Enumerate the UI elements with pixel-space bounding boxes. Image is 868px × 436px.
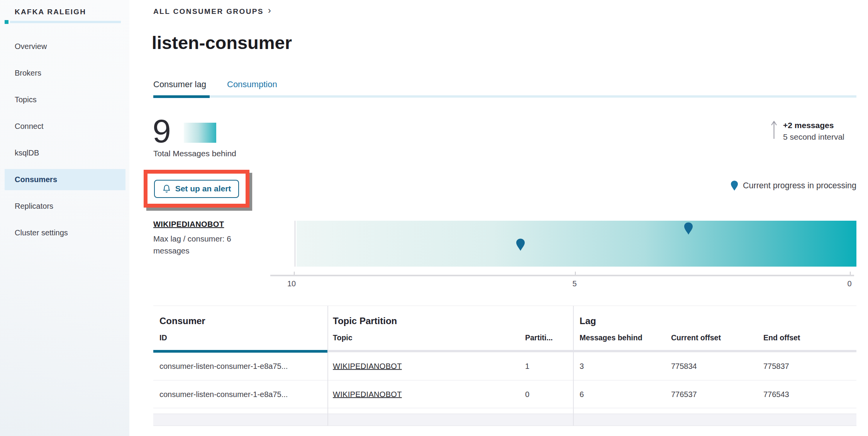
group-header-lag: Lag [580, 316, 596, 326]
arrow-up-icon [771, 120, 777, 140]
sidebar-item-topics[interactable]: Topics [5, 86, 125, 113]
partial-next-row [153, 414, 856, 426]
axis-tick [850, 272, 851, 275]
end-offset-cell: 776543 [763, 390, 789, 399]
table-row: consumer-listen-consumer-1-e8a75... WIKI… [153, 380, 856, 408]
consumer-group-page: KAFKA RALEIGH Overview Brokers Topics Co… [0, 0, 868, 436]
column-header-id[interactable]: ID [159, 333, 167, 342]
column-header-messages-behind[interactable]: Messages behind [580, 333, 643, 342]
consumer-id-cell: consumer-listen-consumer-1-e8a75... [159, 362, 288, 371]
cluster-name: KAFKA RALEIGH [15, 8, 86, 16]
tab-underline-track [153, 95, 856, 98]
x-axis [270, 275, 854, 276]
brand-accent-square-icon [5, 20, 8, 24]
sidebar-item-ksqldb[interactable]: ksqlDB [5, 140, 125, 166]
axis-label-0: 0 [844, 279, 855, 288]
column-header-end-offset[interactable]: End offset [763, 333, 800, 342]
progress-legend: Current progress in processing [731, 181, 856, 191]
current-offset-cell: 776537 [671, 390, 697, 399]
axis-tick [294, 272, 295, 275]
sidebar-item-replicators[interactable]: Replicators [5, 193, 125, 220]
set-up-alert-label: Set up an alert [175, 184, 231, 193]
table-row: consumer-listen-consumer-1-e8a75... WIKI… [153, 352, 856, 380]
column-header-current-offset[interactable]: Current offset [671, 333, 721, 342]
group-header-topic-partition: Topic Partition [333, 316, 397, 326]
column-header-partition[interactable]: Partiti... [525, 333, 553, 342]
rate-interval: 5 second interval [783, 131, 844, 143]
tab-consumption[interactable]: Consumption [227, 79, 277, 90]
group-header-consumer: Consumer [159, 316, 205, 326]
chart-axis-divider [295, 221, 295, 267]
sidebar-item-brokers[interactable]: Brokers [5, 60, 125, 86]
total-messages-behind-value: 9 [153, 114, 171, 147]
sidebar-item-overview[interactable]: Overview [5, 33, 125, 60]
current-offset-cell: 775834 [671, 362, 697, 371]
sidebar-nav: Overview Brokers Topics Connect ksqlDB C… [0, 33, 129, 246]
pin-icon [731, 181, 738, 191]
bell-icon [162, 184, 171, 193]
breadcrumb[interactable]: ALL CONSUMER GROUPS › [153, 7, 271, 16]
column-divider [573, 306, 574, 426]
breadcrumb-link[interactable]: ALL CONSUMER GROUPS [153, 7, 264, 16]
active-tab-underline [153, 95, 210, 98]
end-offset-cell: 775837 [763, 362, 789, 371]
lag-gradient-swatch [184, 123, 216, 143]
topic-link[interactable]: WIKIPEDIANOBOT [333, 362, 402, 371]
annotation-highlight-box: Set up an alert [144, 170, 249, 208]
column-divider [327, 306, 328, 426]
sidebar-item-connect[interactable]: Connect [5, 113, 125, 140]
lag-rate: +2 messages 5 second interval [771, 120, 844, 143]
table-top-border [153, 306, 856, 306]
set-up-alert-button[interactable]: Set up an alert [154, 180, 239, 198]
messages-behind-cell: 3 [580, 362, 584, 371]
sidebar-item-cluster-settings[interactable]: Cluster settings [5, 220, 125, 246]
page-title: listen-consumer [152, 32, 292, 53]
max-lag-subtitle: Max lag / consumer: 6 messages [153, 233, 250, 257]
axis-label-10: 10 [286, 279, 297, 288]
progress-pin [684, 222, 693, 235]
axis-tick [575, 272, 576, 275]
chart-label-block: WIKIPEDIANOBOT Max lag / consumer: 6 mes… [153, 220, 261, 257]
messages-behind-cell: 6 [580, 390, 584, 399]
partition-cell: 0 [525, 390, 529, 399]
consumer-lag-table: Consumer Topic Partition Lag ID Topic Pa… [153, 306, 856, 426]
sidebar: KAFKA RALEIGH Overview Brokers Topics Co… [0, 0, 129, 436]
progress-pin [516, 238, 525, 251]
tab-consumer-lag[interactable]: Consumer lag [153, 79, 206, 90]
progress-legend-label: Current progress in processing [743, 181, 856, 191]
axis-label-5: 5 [569, 279, 580, 288]
total-messages-behind-label: Total Messages behind [153, 149, 236, 158]
column-header-topic[interactable]: Topic [333, 333, 353, 342]
brand-accent-bar [10, 21, 121, 23]
consumer-group-link[interactable]: WIKIPEDIANOBOT [153, 220, 224, 229]
chevron-right-icon: › [268, 5, 271, 16]
consumer-id-cell: consumer-listen-consumer-1-e8a75... [159, 390, 288, 399]
rate-delta: +2 messages [783, 120, 844, 131]
topic-link[interactable]: WIKIPEDIANOBOT [333, 390, 402, 399]
lag-gradient-bar [297, 221, 856, 267]
sidebar-item-consumers[interactable]: Consumers [5, 169, 125, 190]
partition-cell: 1 [525, 362, 529, 371]
